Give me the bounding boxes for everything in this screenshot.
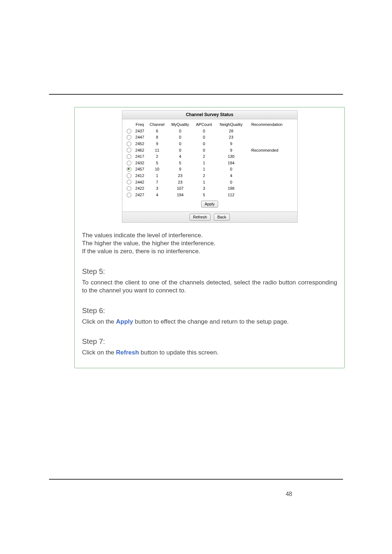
cell-freq: 2432	[133, 160, 147, 166]
cell-apc: 0	[193, 140, 215, 147]
col-recommendation: Recommendation	[247, 121, 294, 128]
channel-radio[interactable]	[127, 161, 131, 165]
cell-myq: 4	[168, 153, 193, 160]
cell-recommendation	[247, 140, 294, 147]
cell-channel: 2	[147, 153, 168, 160]
channel-radio[interactable]	[127, 135, 131, 140]
step6-title: Step 6:	[82, 307, 337, 315]
cell-freq: 2447	[133, 134, 147, 141]
cell-apc: 2	[193, 153, 215, 160]
cell-channel: 10	[147, 166, 168, 173]
cell-recommendation	[247, 128, 294, 134]
cell-freq: 2452	[133, 140, 147, 147]
cell-apc: 0	[193, 128, 215, 134]
refresh-button[interactable]: Refresh	[189, 214, 211, 221]
col-myquality: MyQuality	[168, 121, 193, 128]
cell-apc: 3	[193, 185, 215, 192]
page-number: 48	[286, 491, 292, 497]
cell-apc: 0	[193, 134, 215, 141]
cell-channel: 11	[147, 147, 168, 153]
cell-recommendation	[247, 153, 294, 160]
cell-apc: 1	[193, 166, 215, 173]
interference-line-1: The values indicate the level of interfe…	[82, 231, 337, 239]
step5-body: To connect the client to one of the chan…	[82, 279, 337, 295]
cell-apc: 0	[193, 147, 215, 153]
channel-radio[interactable]	[127, 148, 131, 152]
col-apcount: APCount	[193, 121, 215, 128]
cell-freq: 2417	[133, 153, 147, 160]
cell-myq: 5	[168, 160, 193, 166]
cell-freq: 2442	[133, 179, 147, 185]
cell-freq: 2422	[133, 185, 147, 192]
cell-channel: 5	[147, 160, 168, 166]
cell-myq: 0	[168, 134, 193, 141]
cell-neigh: 112	[215, 192, 247, 198]
col-freq: Freq	[133, 121, 147, 128]
cell-channel: 7	[147, 179, 168, 185]
col-channel: Channel	[147, 121, 168, 128]
cell-recommendation	[247, 185, 294, 192]
cell-myq: 9	[168, 166, 193, 173]
cell-freq: 2412	[133, 172, 147, 179]
channel-radio[interactable]	[127, 193, 131, 197]
channel-radio[interactable]	[127, 180, 131, 184]
cell-channel: 1	[147, 172, 168, 179]
back-button[interactable]: Back	[214, 214, 230, 221]
table-row: 245710910	[125, 166, 294, 173]
content-box: Channel Survey Status Freq Channel MyQua…	[74, 107, 345, 368]
cell-neigh: 130	[215, 153, 247, 160]
table-row: 2432551194	[125, 160, 294, 166]
cell-recommendation	[247, 134, 294, 141]
step7-text-post: button to update this screen.	[139, 349, 219, 356]
channel-radio[interactable]	[127, 141, 131, 146]
cell-neigh: 9	[215, 140, 247, 147]
cell-myq: 194	[168, 192, 193, 198]
cell-neigh: 0	[215, 179, 247, 185]
cell-recommendation	[247, 179, 294, 185]
cell-channel: 8	[147, 134, 168, 141]
table-row: 241212324	[125, 172, 294, 179]
cell-neigh: 4	[215, 172, 247, 179]
cell-apc: 5	[193, 192, 215, 198]
panel-title: Channel Survey Status	[122, 111, 297, 119]
step6-body: Click on the Apply button to effect the …	[82, 318, 337, 326]
cell-myq: 23	[168, 179, 193, 185]
col-neighquality: NeighQuality	[215, 121, 247, 128]
cell-neigh: 28	[215, 128, 247, 134]
step6-text-pre: Click on the	[82, 318, 116, 325]
cell-recommendation	[247, 172, 294, 179]
cell-neigh: 23	[215, 134, 247, 141]
channel-radio[interactable]	[127, 154, 131, 159]
cell-myq: 0	[168, 147, 193, 153]
channel-table: Freq Channel MyQuality APCount NeighQual…	[125, 121, 294, 198]
channel-radio[interactable]	[127, 173, 131, 178]
cell-channel: 9	[147, 140, 168, 147]
apply-button[interactable]: Apply	[201, 201, 219, 208]
cell-freq: 2462	[133, 147, 147, 153]
table-row: 246211009Recommended	[125, 147, 294, 153]
top-divider	[49, 94, 343, 95]
step6-text-post: button to effect the change and return t…	[133, 318, 289, 325]
cell-channel: 6	[147, 128, 168, 134]
table-row: 24529009	[125, 140, 294, 147]
step7-title: Step 7:	[82, 337, 337, 346]
cell-freq: 2457	[133, 166, 147, 173]
table-row: 243760028	[125, 128, 294, 134]
channel-radio[interactable]	[127, 129, 131, 134]
channel-radio[interactable]	[127, 186, 131, 191]
cell-channel: 4	[147, 192, 168, 198]
cell-neigh: 0	[215, 166, 247, 173]
table-row: 244780023	[125, 134, 294, 141]
table-row: 242231073198	[125, 185, 294, 192]
channel-radio[interactable]	[127, 167, 131, 172]
cell-myq: 0	[168, 128, 193, 134]
step7-body: Click on the Refresh button to update th…	[82, 349, 337, 357]
step5-title: Step 5:	[82, 267, 337, 276]
cell-myq: 23	[168, 172, 193, 179]
cell-myq: 0	[168, 140, 193, 147]
cell-recommendation: Recommended	[247, 147, 294, 153]
step7-text-pre: Click on the	[82, 349, 116, 356]
cell-freq: 2437	[133, 128, 147, 134]
cell-channel: 3	[147, 185, 168, 192]
col-radio	[125, 121, 133, 128]
